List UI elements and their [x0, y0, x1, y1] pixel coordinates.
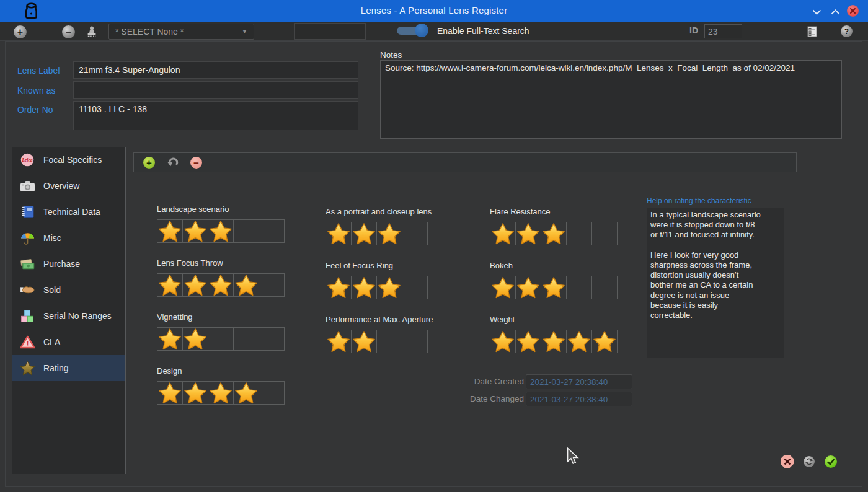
window-collapse-button[interactable]	[812, 6, 822, 15]
star-cell-filled[interactable]	[490, 276, 516, 299]
close-button[interactable]	[847, 5, 859, 17]
star-cell-filled[interactable]	[541, 276, 567, 299]
umbrella-icon	[19, 231, 35, 245]
known-as-field[interactable]	[73, 81, 358, 99]
star-cell-empty[interactable]	[259, 327, 285, 351]
order-no-field[interactable]: 11103 . LLC - 138	[73, 101, 358, 130]
remove-record-button[interactable]: −	[62, 25, 75, 38]
star-cell-empty[interactable]	[427, 222, 453, 245]
rating-add-button[interactable]: +	[143, 157, 155, 169]
toggle-knob[interactable]	[415, 24, 428, 37]
help-button[interactable]: ?	[841, 25, 852, 37]
star-cell-empty[interactable]	[376, 330, 402, 353]
star-cell-empty[interactable]	[427, 330, 453, 353]
star-cell-filled[interactable]	[182, 327, 208, 351]
star-cell-filled[interactable]	[490, 222, 516, 245]
star-cell-filled[interactable]	[208, 381, 234, 405]
star-rating	[490, 222, 621, 245]
add-record-button[interactable]: +	[14, 25, 27, 38]
date-changed-field	[526, 392, 632, 406]
rating-name: Design	[157, 366, 288, 376]
sidebar-item-sold[interactable]: Sold	[12, 277, 125, 303]
star-cell-filled[interactable]	[157, 381, 183, 405]
star-cell-empty[interactable]	[591, 276, 618, 299]
star-cell-filled[interactable]	[541, 222, 567, 245]
star-cell-filled[interactable]	[351, 222, 377, 245]
star-cell-filled[interactable]	[326, 330, 352, 353]
star-cell-filled[interactable]	[351, 330, 377, 353]
star-cell-empty[interactable]	[566, 276, 592, 299]
search-input[interactable]	[294, 23, 366, 40]
check-icon	[826, 458, 835, 466]
rating-remove-button[interactable]: −	[190, 157, 202, 169]
cancel-button[interactable]	[781, 455, 794, 468]
star-cell-empty[interactable]	[259, 219, 285, 243]
lens-label-field[interactable]	[73, 61, 358, 79]
star-rating	[326, 276, 457, 299]
star-cell-filled[interactable]	[233, 381, 259, 405]
star-cell-filled[interactable]	[208, 273, 234, 297]
refresh-button[interactable]	[804, 456, 815, 467]
sidebar-item-focal-specifics[interactable]: Leica Focal Specifics	[12, 147, 125, 173]
star-cell-filled[interactable]	[351, 276, 377, 299]
sidebar-item-label: Sold	[43, 285, 61, 295]
sidebar-item-serial-no-ranges[interactable]: Serial No Ranges	[12, 303, 125, 329]
star-cell-filled[interactable]	[326, 276, 352, 299]
sidebar-item-overview[interactable]: Overview	[12, 173, 125, 199]
star-cell-filled[interactable]	[376, 222, 402, 245]
order-no-label: Order No	[17, 105, 53, 115]
records-list-icon[interactable]	[807, 26, 818, 37]
star-cell-filled[interactable]	[157, 327, 183, 351]
star-cell-empty[interactable]	[402, 330, 428, 353]
star-cell-filled[interactable]	[182, 219, 208, 243]
star-cell-filled[interactable]	[376, 276, 402, 299]
star-cell-filled[interactable]	[326, 222, 352, 245]
rating-group: As a portrait and closeup lens	[326, 207, 457, 245]
star-cell-filled[interactable]	[233, 273, 259, 297]
star-cell-empty[interactable]	[233, 219, 259, 243]
star-cell-empty[interactable]	[208, 327, 234, 351]
star-cell-filled[interactable]	[157, 273, 183, 297]
star-rating	[326, 330, 457, 353]
star-cell-empty[interactable]	[402, 222, 428, 245]
chevron-down-icon: ▼	[242, 29, 247, 35]
window-expand-button[interactable]	[831, 6, 841, 15]
help-text-box[interactable]: In a typical landscape scenario were it …	[647, 208, 784, 358]
star-cell-filled[interactable]	[490, 330, 516, 353]
star-cell-filled[interactable]	[182, 381, 208, 405]
date-changed-label: Date Changed	[456, 394, 524, 403]
star-cell-filled[interactable]	[515, 330, 541, 353]
star-cell-filled[interactable]	[515, 276, 541, 299]
sidebar-item-cla[interactable]: ! CLA	[12, 329, 125, 355]
sidebar-item-technical-data[interactable]: Technical Data	[12, 199, 125, 225]
sidebar-item-misc[interactable]: Misc	[12, 225, 125, 251]
confirm-button[interactable]	[825, 455, 837, 468]
sidebar-item-purchase[interactable]: Purchase	[12, 251, 125, 277]
camera-icon	[19, 180, 35, 193]
stamp-icon[interactable]	[86, 25, 98, 38]
star-cell-filled[interactable]	[591, 330, 618, 353]
hand-icon	[19, 284, 35, 296]
notebook-icon	[19, 205, 35, 219]
star-cell-empty[interactable]	[259, 273, 285, 297]
sidebar-item-rating[interactable]: Rating	[12, 355, 125, 381]
star-cell-filled[interactable]	[208, 219, 234, 243]
notes-label: Notes	[380, 50, 402, 59]
star-cell-empty[interactable]	[402, 276, 428, 299]
star-cell-empty[interactable]	[427, 276, 453, 299]
star-cell-filled[interactable]	[515, 222, 541, 245]
star-cell-empty[interactable]	[233, 327, 259, 351]
star-cell-empty[interactable]	[591, 222, 618, 245]
star-cell-filled[interactable]	[541, 330, 567, 353]
rating-undo-button[interactable]	[167, 157, 179, 169]
star-cell-filled[interactable]	[157, 219, 183, 243]
star-cell-filled[interactable]	[182, 273, 208, 297]
star-cell-empty[interactable]	[259, 381, 285, 405]
notes-field[interactable]: Source: https://www.l-camera-forum.com/l…	[380, 60, 842, 139]
star-cell-filled[interactable]	[566, 330, 592, 353]
id-field[interactable]	[704, 24, 742, 38]
select-dropdown[interactable]: * SELECT None * ▼	[108, 24, 254, 40]
svg-text:!: !	[26, 340, 29, 348]
fulltext-toggle[interactable]	[397, 27, 427, 35]
star-cell-empty[interactable]	[566, 222, 592, 245]
